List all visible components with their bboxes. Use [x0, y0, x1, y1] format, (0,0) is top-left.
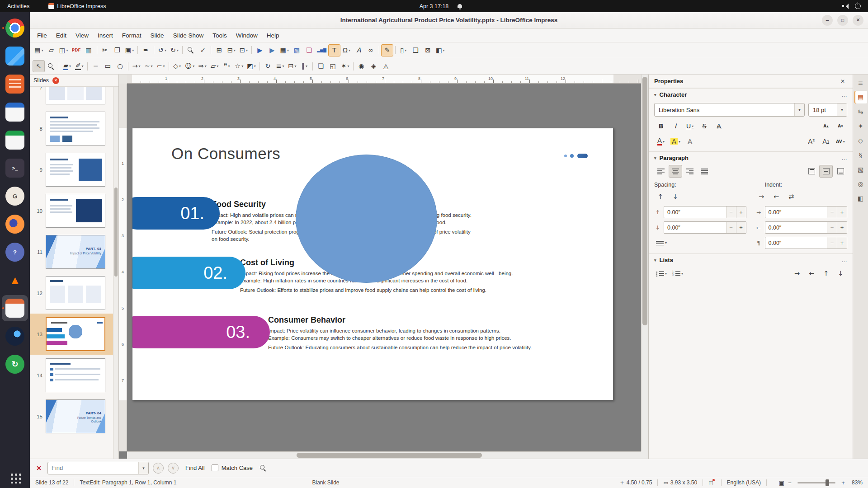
insert-chart-button[interactable]: ▂▅▇	[315, 44, 328, 56]
vscode-icon[interactable]	[2, 43, 28, 69]
green-utility-app-icon[interactable]: ↻	[2, 351, 28, 377]
menu-window[interactable]: Window	[231, 30, 262, 41]
underline-button[interactable]: U	[683, 120, 697, 132]
blue-circle-shape[interactable]	[296, 155, 437, 283]
insert-text-box-button[interactable]: T	[328, 44, 340, 56]
horizontal-scrollbar[interactable]	[127, 451, 641, 459]
justify-button[interactable]	[698, 165, 711, 178]
unordered-list-button[interactable]	[654, 267, 669, 280]
libreoffice-impress-icon[interactable]	[2, 295, 28, 321]
start-from-current-slide-button[interactable]: ▶	[266, 44, 278, 56]
line-color-button[interactable]: ✐	[73, 60, 85, 72]
copy-button[interactable]: ❐	[111, 44, 123, 56]
menu-tools[interactable]: Tools	[208, 30, 231, 41]
paragraph-section-header[interactable]: Paragraph	[649, 151, 853, 164]
find-and-replace-button[interactable]	[257, 462, 269, 474]
dark-circle-app-icon[interactable]	[2, 323, 28, 349]
character-spacing-button[interactable]: AV	[834, 135, 847, 148]
insert-line-button[interactable]: ─	[90, 60, 102, 72]
slide-thumbnail-10[interactable]: 10	[30, 190, 118, 231]
firefox-icon[interactable]	[2, 211, 28, 237]
vlc-icon[interactable]: ▲	[2, 267, 28, 293]
insert-hyperlink-button[interactable]: ∞	[365, 44, 377, 56]
zoom-slider[interactable]	[797, 482, 835, 483]
decrement-button[interactable]	[726, 206, 736, 218]
ordered-list-button[interactable]	[670, 267, 685, 280]
flowchart-button[interactable]: ▱	[208, 60, 221, 72]
display-grid-button[interactable]: ⊞	[213, 44, 225, 56]
slide-thumbnail-12[interactable]: 12	[30, 272, 118, 314]
insert-table-button[interactable]: ▦	[278, 44, 291, 56]
fill-color-button[interactable]: ▰	[61, 60, 73, 72]
decrease-font-size-button[interactable]: A▾	[834, 120, 847, 132]
font-name-dropdown-icon[interactable]	[794, 103, 804, 116]
paragraph-more-options-button[interactable]	[841, 155, 847, 161]
redo-button[interactable]: ↻	[168, 44, 180, 56]
line-spacing-button[interactable]	[654, 237, 669, 249]
first-line-indent-input[interactable]: 0.00″	[765, 237, 848, 249]
decrement-button[interactable]	[726, 222, 736, 233]
select-button[interactable]: ↖	[33, 60, 45, 72]
consumer-behavior-block[interactable]: Consumer Behavior Impact: Price volatili…	[268, 315, 532, 352]
connectors-button[interactable]: ⌐	[155, 60, 167, 72]
start-from-first-slide-button[interactable]: ▶	[254, 44, 266, 56]
align-top-button[interactable]	[805, 165, 818, 178]
increment-button[interactable]	[736, 222, 746, 233]
terminal-icon[interactable]: >_	[2, 155, 28, 181]
files-app-icon[interactable]	[2, 71, 28, 97]
move-up-button[interactable]: ↑	[819, 267, 833, 280]
close-find-bar-button[interactable]	[34, 464, 43, 473]
font-color-button[interactable]: A	[654, 135, 668, 148]
slide-thumbnail-8[interactable]: 8	[30, 108, 118, 149]
gallery-tab[interactable]: ▧	[854, 163, 867, 176]
delete-slide-button[interactable]: ⊠	[422, 44, 434, 56]
help-icon[interactable]: ?	[2, 239, 28, 265]
insert-media-button[interactable]: ❏	[303, 44, 315, 56]
close-button[interactable]	[853, 15, 863, 26]
move-down-button[interactable]: ↓	[834, 267, 847, 280]
lists-more-options-button[interactable]	[841, 257, 847, 263]
highlight-color-button[interactable]: A	[669, 135, 682, 148]
spelling-button[interactable]: ✓	[197, 44, 209, 56]
print-button[interactable]: ▥	[83, 44, 95, 56]
font-size-dropdown-icon[interactable]	[837, 103, 847, 116]
align-center-button[interactable]	[669, 165, 682, 178]
insert-fontwork-button[interactable]: A	[353, 44, 365, 56]
maximize-button[interactable]	[837, 15, 848, 26]
find-next-button[interactable]: ∨	[168, 463, 179, 474]
slide-thumbnail-14[interactable]: 14	[30, 355, 118, 396]
basic-shapes-button[interactable]: ◇	[171, 60, 183, 72]
distribute-button[interactable]: ∥	[298, 60, 311, 72]
close-properties-button[interactable]	[838, 77, 847, 86]
slide-thumbnail-7[interactable]: 7	[30, 87, 118, 108]
crop-button[interactable]: ◱	[327, 60, 339, 72]
activities-button[interactable]: Activities	[0, 3, 37, 9]
character-section-header[interactable]: Character	[649, 88, 853, 100]
promote-button[interactable]: ←	[805, 267, 818, 280]
clone-formatting-button[interactable]: ✒	[140, 44, 152, 56]
arrange-button[interactable]: ⊟	[286, 60, 298, 72]
callout-shapes-button[interactable]: ❞	[221, 60, 233, 72]
align-right-button[interactable]	[683, 165, 697, 178]
paste-button[interactable]: ▣	[123, 44, 136, 56]
slide-transition-tab[interactable]: ⇆	[854, 105, 867, 118]
menu-file[interactable]: File	[33, 30, 52, 41]
align-objects-button[interactable]: ≡	[274, 60, 286, 72]
slide-thumbnail-9[interactable]: 9	[30, 149, 118, 190]
find-all-button[interactable]: Find All	[183, 463, 208, 473]
increment-button[interactable]	[837, 222, 847, 233]
increment-button[interactable]	[837, 237, 847, 249]
find-previous-button[interactable]: ∧	[153, 463, 164, 474]
slide-title-text[interactable]: On Consumers	[171, 145, 280, 163]
zoom-fit-button[interactable]: ▣	[778, 479, 786, 486]
subscript-button[interactable]: A₂	[819, 135, 833, 148]
increase-paragraph-spacing-button[interactable]: ↑	[654, 191, 666, 203]
save-button[interactable]: ◫	[57, 44, 70, 56]
slide-thumbnail-13[interactable]: 13	[30, 314, 118, 355]
find-replace-button[interactable]	[184, 44, 197, 56]
spacing-below-input[interactable]: 0.00″	[664, 221, 746, 234]
slide-layout-button[interactable]: ◧	[434, 44, 447, 56]
decrement-button[interactable]	[827, 222, 837, 233]
vertical-scrollbar[interactable]	[641, 75, 648, 451]
navigator-tab[interactable]: ◎	[854, 178, 867, 190]
